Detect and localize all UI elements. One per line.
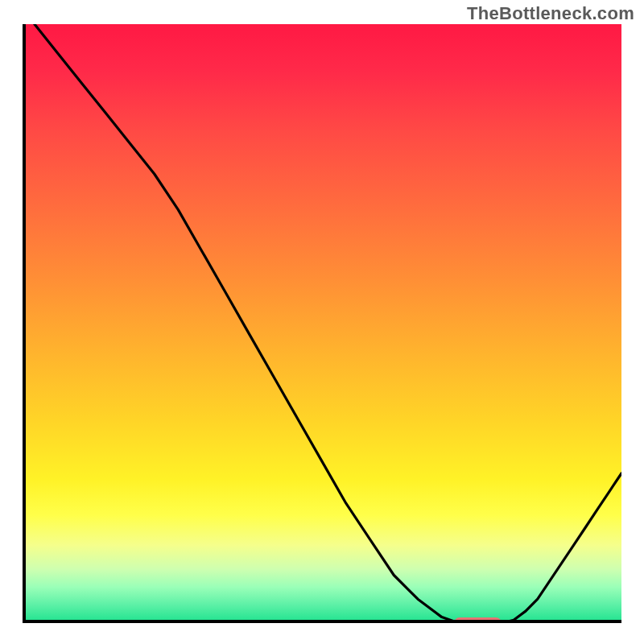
x-axis-line xyxy=(23,620,621,623)
bottleneck-curve xyxy=(23,24,621,623)
plot-area xyxy=(23,24,621,623)
y-axis-line xyxy=(23,24,26,623)
watermark-text: TheBottleneck.com xyxy=(467,3,634,24)
chart-container: TheBottleneck.com xyxy=(0,0,644,644)
